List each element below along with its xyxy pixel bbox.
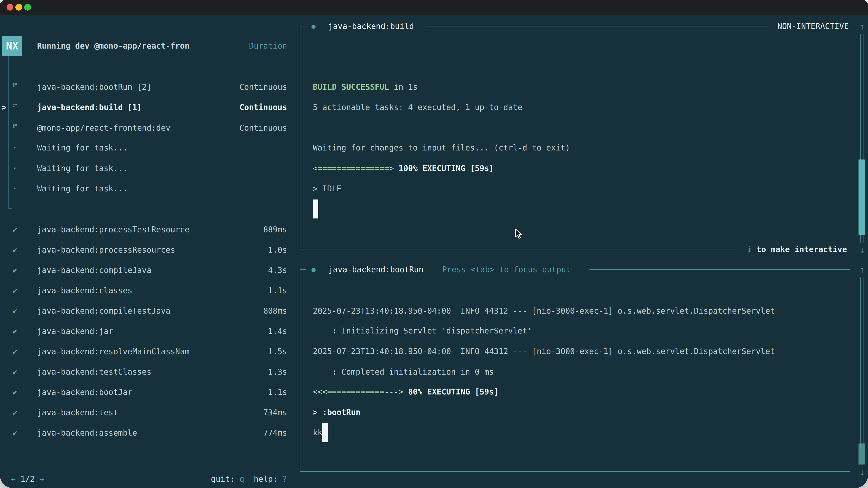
scroll-down-icon[interactable]: ↓: [857, 467, 867, 478]
panel-border: [590, 269, 850, 270]
task-success-check-icon: ✔: [10, 388, 20, 397]
task-duration: 1.1s: [268, 286, 287, 295]
tasks-summary-line: 5 actionable tasks: 4 executed, 1 up-to-…: [313, 103, 522, 112]
pagination: ← 1/2 →: [11, 475, 44, 484]
task-success-check-icon: ✔: [10, 367, 20, 377]
task-row[interactable]: ✔java-backend:jar1.4s: [0, 321, 300, 341]
task-duration: Continuous: [239, 103, 287, 112]
log-line: 2025-07-23T13:40:18.950-04:00 INFO 44312…: [313, 306, 775, 315]
top-panel-title: java-backend:build: [328, 22, 414, 31]
task-duration: Continuous: [239, 83, 287, 92]
minimize-window-icon[interactable]: [16, 4, 22, 11]
progress-remaining: ---: [384, 387, 399, 396]
task-row[interactable]: ✔java-backend:classes1.1s: [0, 281, 300, 301]
page-number: 1/2: [20, 475, 35, 484]
task-running-spinner-icon: ⠋: [10, 123, 20, 132]
task-name: java-backend:compileTestJava: [37, 306, 170, 315]
task-row[interactable]: >⠋java-backend:build [1]Continuous: [0, 97, 300, 118]
task-row[interactable]: ✔java-backend:bootJar1.1s: [0, 382, 300, 402]
task-duration: 1.5s: [268, 347, 287, 356]
task-list-header: Running dev @mono-app/react-fron Duratio…: [0, 36, 300, 56]
scrollbar-thumb[interactable]: [859, 444, 865, 464]
task-row[interactable]: ✔java-backend:resolveMainClassNam1.5s: [0, 341, 300, 362]
mouse-cursor-icon: [515, 229, 523, 239]
scrollbar-thumb[interactable]: [859, 160, 865, 235]
progress-label: 80% EXECUTING [59s]: [403, 387, 498, 396]
task-duration: 734ms: [264, 408, 287, 417]
task-name: java-backend:assemble: [37, 428, 137, 437]
task-row[interactable]: ⠋java-backend:bootRun [2]Continuous: [0, 77, 300, 97]
task-row[interactable]: ✔java-backend:processTestResource889ms: [0, 219, 300, 240]
task-status-bullet-icon: ●: [311, 265, 315, 273]
task-success-check-icon: ✔: [10, 327, 20, 336]
non-interactive-badge: NON-INTERACTIVE: [777, 22, 849, 31]
close-window-icon[interactable]: [6, 4, 13, 11]
page-indicator: [16, 475, 20, 484]
task-name: java-backend:bootJar: [37, 388, 132, 397]
task-row[interactable]: ✔java-backend:assemble774ms: [0, 423, 300, 443]
progress-label: 100% EXECUTING [59s]: [394, 164, 494, 173]
running-command-title: Running dev @mono-app/react-fron: [37, 41, 189, 51]
scroll-down-icon[interactable]: ↓: [857, 244, 867, 255]
continuous-group-bracket-foot: [8, 208, 12, 209]
typed-input-text[interactable]: kk: [313, 428, 322, 437]
task-name: @mono-app/react-frontend:dev: [37, 123, 170, 132]
help-label: help:: [254, 475, 277, 484]
task-row[interactable]: ·Waiting for task...: [0, 178, 300, 199]
terminal-cursor: [322, 423, 328, 442]
waiting-for-changes-line: Waiting for changes to input files... (c…: [313, 143, 570, 152]
task-running-spinner-icon: ⠋: [10, 83, 20, 92]
task-success-check-icon: ✔: [10, 225, 20, 234]
task-success-check-icon: ✔: [10, 408, 20, 417]
task-row[interactable]: ·Waiting for task...: [0, 138, 300, 158]
task-name: java-backend:processResources: [37, 246, 175, 254]
panel-border: [300, 249, 738, 250]
help-key[interactable]: ?: [282, 475, 287, 484]
quit-key[interactable]: q: [239, 475, 244, 484]
task-row[interactable]: ✔java-backend:testClasses1.3s: [0, 362, 300, 382]
task-row[interactable]: ✔java-backend:compileJava4.3s: [0, 260, 300, 281]
task-row[interactable]: ·Waiting for task...: [0, 158, 300, 178]
task-success-check-icon: ✔: [10, 286, 20, 295]
task-duration: 808ms: [264, 306, 287, 315]
task-name: java-backend:bootRun [2]: [37, 83, 151, 92]
progress-left-cap: <<<: [313, 387, 327, 396]
task-row[interactable]: ✔java-backend:test734ms: [0, 402, 300, 423]
focus-output-hint: Press <tab> to focus output: [442, 265, 571, 274]
task-row[interactable]: ⠋@mono-app/react-frontend:devContinuous: [0, 118, 300, 138]
progress-left-cap: <: [313, 164, 318, 173]
next-page-arrow-icon[interactable]: →: [39, 475, 44, 484]
task-duration: 4.3s: [268, 266, 287, 275]
log-line: 2025-07-23T13:40:18.950-04:00 INFO 44312…: [313, 347, 775, 356]
quit-label: quit:: [211, 475, 235, 484]
duration-column-header: Duration: [249, 41, 287, 51]
task-success-check-icon: ✔: [10, 246, 20, 254]
task-duration: 774ms: [264, 428, 287, 437]
task-duration: 1.0s: [268, 246, 287, 254]
idle-line: > IDLE: [313, 184, 341, 193]
panel-border: [300, 269, 301, 472]
task-name: Waiting for task...: [37, 184, 127, 193]
scrollbar-track[interactable]: [860, 278, 864, 462]
task-name: java-backend:testClasses: [37, 367, 151, 377]
task-name: java-backend:resolveMainClassNam: [37, 347, 189, 356]
task-success-check-icon: ✔: [10, 347, 20, 356]
task-duration: 889ms: [264, 225, 287, 234]
bottom-panel-title: java-backend:bootRun: [328, 265, 423, 274]
maximize-window-icon[interactable]: [24, 4, 31, 11]
task-name: Waiting for task...: [37, 143, 127, 152]
scroll-up-icon[interactable]: ↑: [857, 21, 867, 32]
task-row[interactable]: ✔java-backend:compileTestJava808ms: [0, 301, 300, 321]
task-name: Waiting for task...: [37, 164, 127, 173]
panel-border: [426, 26, 768, 26]
task-row[interactable]: ✔java-backend:processResources1.0s: [0, 240, 300, 260]
task-name: java-backend:test: [37, 408, 118, 417]
task-list-footer: ← 1/2 → quit: q help: ?: [0, 469, 300, 488]
progress-fill: ============: [327, 387, 384, 396]
scroll-up-icon[interactable]: ↑: [857, 264, 867, 275]
interactive-hint-key[interactable]: i: [747, 245, 752, 254]
bootrun-prompt: > :bootRun: [313, 408, 361, 417]
gradle-progress-bar: <===============> 100% EXECUTING [59s]: [313, 164, 494, 173]
prev-page-arrow-icon[interactable]: ←: [11, 475, 16, 484]
task-status-bullet-icon: ●: [311, 22, 315, 30]
